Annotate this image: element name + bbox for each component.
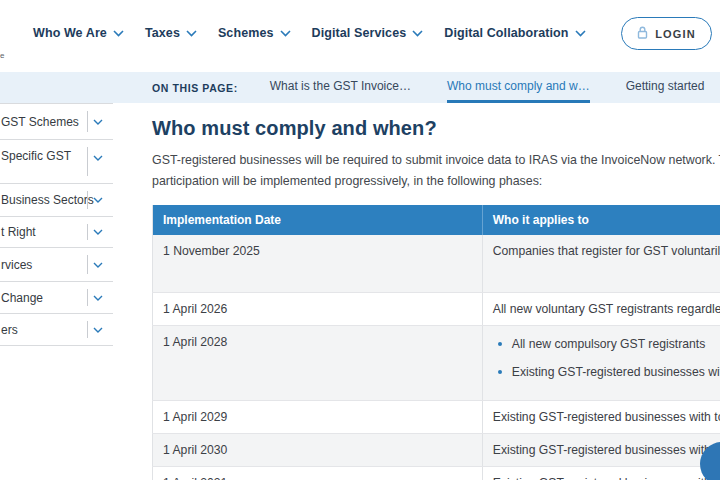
cell-description: Companies that register for GST voluntar…: [482, 235, 720, 293]
chevron-down-icon: [93, 197, 103, 203]
bullet-list: All new compulsory GST registrants Exist…: [493, 337, 720, 379]
intro-line-1: GST-registered businesses will be requir…: [152, 150, 720, 171]
divider: [87, 111, 88, 132]
lock-icon: [637, 25, 648, 43]
divider: [87, 147, 88, 176]
tab-who-must-comply[interactable]: Who must comply and w…: [447, 72, 590, 103]
sidebar-item-business-sectors[interactable]: Business Sectors: [0, 184, 113, 217]
bullet-item: Existing GST-registered businesses with …: [498, 365, 720, 379]
intro-line-2: participation will be implemented progre…: [152, 171, 720, 192]
chevron-down-icon: [186, 30, 197, 37]
on-this-page-label: ON THIS PAGE:: [152, 82, 238, 94]
nav-label: Taxes: [145, 26, 180, 40]
sidebar-item-specific-gst[interactable]: Specific GST: [0, 140, 113, 184]
column-header-who-it-applies-to: Who it applies to: [482, 205, 720, 235]
chevron-down-icon: [93, 229, 103, 235]
sidebar-item-label: t Right: [0, 225, 36, 239]
table-row: 1 April 2030 Existing GST-registered bus…: [153, 434, 720, 467]
nav-label: Schemes: [218, 26, 274, 40]
table-row: 1 April 2028 All new compulsory GST regi…: [153, 326, 720, 401]
sidebar-item-label: Specific GST: [0, 149, 71, 163]
cropped-page-title-fragment: e: [0, 51, 4, 60]
divider: [87, 255, 88, 274]
intro-paragraph: GST-registered businesses will be requir…: [152, 150, 720, 192]
divider: [87, 321, 88, 338]
nav-label: Digital Collaboration: [444, 26, 568, 40]
cell-description: All new compulsory GST registrants Exist…: [482, 326, 720, 401]
table-row: 1 November 2025 Companies that register …: [153, 235, 720, 293]
divider: [87, 289, 88, 306]
chevron-down-icon: [575, 30, 586, 37]
sidebar-item-getting-it-right[interactable]: t Right: [0, 217, 113, 248]
cell-date: 1 April 2030: [153, 434, 483, 467]
tab-what-is-gst-invoicenow[interactable]: What is the GST Invoice…: [270, 72, 411, 103]
nav-item-schemes[interactable]: Schemes: [218, 26, 291, 40]
table-row: 1 April 2031 Existing GST-registered bus…: [153, 467, 720, 480]
divider: [87, 224, 88, 240]
divider: [87, 191, 88, 209]
login-label: LOGIN: [655, 28, 696, 40]
chevron-down-icon: [93, 262, 103, 268]
sidebar-item-services[interactable]: rvices: [0, 248, 113, 282]
login-button[interactable]: LOGIN: [621, 17, 712, 50]
sidebar-item-label: rvices: [0, 258, 32, 272]
nav-label: Who We Are: [33, 26, 107, 40]
cell-date: 1 April 2029: [153, 401, 483, 434]
cell-description: Existing GST-registered businesses with …: [482, 401, 720, 434]
page-title: Who must comply and when?: [152, 117, 720, 140]
chevron-down-icon: [113, 30, 124, 37]
chevron-down-icon: [93, 295, 103, 301]
cell-description: Existing GST-registered businesses with …: [482, 434, 720, 467]
sidebar-item-others[interactable]: ers: [0, 314, 113, 346]
bullet-item: All new compulsory GST registrants: [498, 337, 720, 351]
nav-item-who-we-are[interactable]: Who We Are: [33, 26, 124, 40]
cell-date: 1 November 2025: [153, 235, 483, 293]
nav-item-digital-services[interactable]: Digital Services: [312, 26, 424, 40]
cell-description: Existing GST-registered businesses with …: [482, 467, 720, 480]
tab-getting-started[interactable]: Getting started: [626, 72, 705, 103]
cell-date: 1 April 2031: [153, 467, 483, 480]
cell-description: All new voluntary GST registrants regard…: [482, 293, 720, 326]
chevron-down-icon: [412, 30, 423, 37]
cell-date: 1 April 2026: [153, 293, 483, 326]
on-this-page-bar: ON THIS PAGE: What is the GST Invoice… W…: [0, 72, 720, 103]
sidebar-item-label: ers: [0, 323, 18, 337]
main-content: Who must comply and when? GST-registered…: [152, 103, 720, 480]
cell-date: 1 April 2028: [153, 326, 483, 401]
table-row: 1 April 2026 All new voluntary GST regis…: [153, 293, 720, 326]
chevron-down-icon: [93, 155, 103, 161]
chevron-down-icon: [93, 327, 103, 333]
column-header-implementation-date: Implementation Date: [153, 205, 483, 235]
nav-item-taxes[interactable]: Taxes: [145, 26, 197, 40]
sidebar-item-label: Change: [0, 291, 43, 305]
sidebar-item-change[interactable]: Change: [0, 282, 113, 314]
nav-label: Digital Services: [312, 26, 407, 40]
section-sidebar: GST Schemes Specific GST Business Sector…: [0, 103, 113, 346]
nav-item-digital-collaboration[interactable]: Digital Collaboration: [444, 26, 585, 40]
table-header-row: Implementation Date Who it applies to: [153, 205, 720, 235]
implementation-phases-table: Implementation Date Who it applies to 1 …: [152, 205, 720, 480]
main-menu: Who We Are Taxes Schemes Digital Service…: [33, 26, 586, 40]
sidebar-item-gst-schemes[interactable]: GST Schemes: [0, 104, 113, 140]
chevron-down-icon: [280, 30, 291, 37]
sidebar-item-label: GST Schemes: [0, 115, 79, 129]
top-navigation-bar: e Who We Are Taxes Schemes Digital Servi…: [0, 0, 720, 72]
table-row: 1 April 2029 Existing GST-registered bus…: [153, 401, 720, 434]
chevron-down-icon: [93, 119, 103, 125]
sidebar-item-label: Business Sectors: [0, 193, 94, 207]
